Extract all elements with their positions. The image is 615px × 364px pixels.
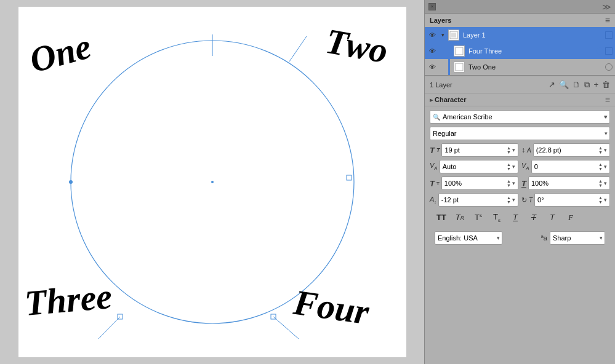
- svg-point-1: [211, 181, 214, 183]
- tt-button[interactable]: TT: [435, 213, 448, 222]
- layer-thumb-four-three: [454, 46, 465, 57]
- baseline-value: -12 pt: [441, 196, 507, 204]
- layer-thumb-two-one: [454, 61, 465, 73]
- search-layers-icon[interactable]: 🔍: [559, 80, 569, 89]
- layer-name-layer1: Layer 1: [460, 31, 595, 39]
- font-style-display: Regular: [433, 130, 457, 137]
- layer-icons-layer1: [596, 31, 613, 39]
- font-style-dropdown-wrap: Regular: [430, 127, 610, 140]
- baseline-rotate-row: A↕ -12 pt ▲▼ ▾ ↻ T 0°: [430, 193, 610, 207]
- layer-square-layer1: [605, 31, 613, 39]
- hscale-value: 100%: [531, 180, 598, 187]
- eye-icon-layer1[interactable]: 👁: [427, 30, 437, 40]
- svg-rect-13: [456, 63, 463, 71]
- svg-point-8: [69, 180, 73, 184]
- character-menu-icon[interactable]: ≡: [605, 95, 610, 105]
- language-select-wrap: English: USA: [435, 231, 502, 245]
- svg-rect-11: [451, 33, 456, 38]
- layer-row-layer1[interactable]: 👁 ▾ Layer 1: [425, 27, 615, 43]
- vscale-value: 100%: [444, 180, 507, 187]
- leading-icon-a: A: [527, 147, 531, 154]
- new-layer-icon[interactable]: 🗋: [573, 80, 581, 89]
- panel-menu-icon[interactable]: ≫: [602, 2, 611, 12]
- kerning-value: Auto: [443, 163, 507, 170]
- rotate-icon: ↻: [521, 196, 527, 204]
- size-icon-small: T: [436, 147, 440, 153]
- aa-select-wrap: Sharp: [550, 231, 605, 245]
- layer-square-four-three: [605, 47, 613, 55]
- tr-button[interactable]: Tr: [453, 213, 467, 222]
- layers-header: Layers ≡: [425, 14, 615, 27]
- layer-name-four-three: Four Three: [466, 47, 595, 55]
- export-icon[interactable]: ↗: [549, 80, 555, 89]
- tracking-icon: VA: [521, 162, 529, 171]
- indent-bar-two-one: [448, 59, 450, 75]
- canvas-area: One Two Three Four: [0, 0, 424, 364]
- canvas-white: One Two Three Four: [18, 7, 406, 357]
- layers-title: Layers: [430, 17, 451, 24]
- size-leading-row: T T 19 pt ▲▼ ▾ ↕ A (22.8 pt): [430, 143, 610, 157]
- svg-rect-3: [347, 175, 352, 180]
- baseline-icon: A↕: [430, 196, 436, 204]
- layers-footer: 1 Layer ↗ 🔍 🗋 ⧉ + 🗑: [425, 76, 615, 93]
- language-aa-row: English: USA ªa Sharp: [430, 229, 610, 247]
- search-icon: 🔍: [433, 114, 440, 121]
- vscale-icon-t: T: [436, 181, 440, 186]
- font-style-row: Regular: [430, 127, 610, 140]
- layer-thumb-layer1: [448, 30, 459, 41]
- vscale-icon: T: [430, 179, 435, 188]
- tracking-value: 0: [534, 163, 598, 170]
- kerning-icon: VA: [430, 162, 438, 171]
- tsup-button[interactable]: Ts: [472, 213, 485, 222]
- scale-row: T T 100% ▲▼ ▾ T 100%: [430, 176, 610, 190]
- leading-icon: ↕: [521, 146, 525, 154]
- font-name-dropdown-wrap: 🔍 American Scribe ▾: [430, 110, 610, 124]
- tcaps-button[interactable]: T: [545, 213, 559, 222]
- size-value: 19 pt: [444, 146, 507, 154]
- svg-line-7: [98, 317, 120, 339]
- eye-icon-four-three[interactable]: 👁: [427, 46, 437, 56]
- layer-circle-two-one: [605, 63, 613, 71]
- font-name-display: American Scribe: [443, 113, 601, 121]
- close-panel-button[interactable]: ×: [428, 3, 436, 10]
- character-body: 🔍 American Scribe ▾ Regular T: [425, 106, 615, 251]
- layer-icons-four-three: [596, 47, 613, 55]
- tscript-button[interactable]: F: [564, 213, 577, 223]
- layers-footer-icons: ↗ 🔍 🗋 ⧉ + 🗑: [549, 80, 610, 90]
- tstrikethrough-button[interactable]: T: [527, 213, 541, 222]
- hscale-icon: T: [521, 179, 526, 188]
- panel: × ≫ Layers ≡ 👁 ▾ Layer 1: [424, 0, 615, 364]
- aa-select[interactable]: Sharp: [550, 231, 605, 245]
- rotate-value: 0°: [537, 196, 598, 204]
- panel-titlebar: × ≫: [425, 0, 615, 14]
- rotate-t-icon: T: [529, 197, 533, 204]
- leading-value: (22.8 pt): [536, 146, 598, 154]
- layers-section: Layers ≡ 👁 ▾ Layer 1 👁: [425, 14, 615, 76]
- layers-count: 1 Layer: [430, 81, 452, 89]
- character-section: ▸ Character ≡ 🔍 American Scribe ▾: [425, 93, 615, 364]
- tsub-button[interactable]: Ts: [490, 212, 504, 223]
- expand-layer1[interactable]: ▾: [438, 31, 447, 39]
- character-header: ▸ Character ≡: [425, 93, 615, 106]
- svg-rect-12: [456, 47, 463, 55]
- layers-menu-icon[interactable]: ≡: [605, 15, 610, 25]
- layer-circle-layer1: [596, 31, 603, 39]
- svg-line-9: [289, 36, 307, 61]
- tunderline-button[interactable]: T: [508, 213, 522, 222]
- layer-circle-four-three: [596, 47, 603, 55]
- layer-row-two-one[interactable]: 👁 Two One: [425, 59, 615, 75]
- language-select[interactable]: English: USA: [435, 231, 502, 245]
- delete-layer-icon[interactable]: 🗑: [602, 80, 610, 89]
- aa-label: ªa: [541, 234, 547, 242]
- add-layer-icon[interactable]: +: [593, 80, 598, 89]
- eye-icon-two-one[interactable]: 👁: [427, 62, 437, 72]
- layer-icons-two-one: [605, 63, 613, 71]
- kerning-tracking-row: VA Auto ▲▼ ▾ VA 0 ▲▼: [430, 160, 610, 173]
- layer-row-four-three[interactable]: 👁 Four Three: [425, 43, 615, 59]
- copy-layer-icon[interactable]: ⧉: [584, 80, 590, 90]
- font-name-chevron[interactable]: ▾: [604, 114, 607, 120]
- character-title: ▸ Character: [430, 96, 466, 103]
- typography-buttons-row: TT Tr Ts Ts T T T F: [430, 210, 610, 226]
- layer-name-two-one: Two One: [466, 63, 604, 71]
- font-name-row: 🔍 American Scribe ▾: [430, 110, 610, 124]
